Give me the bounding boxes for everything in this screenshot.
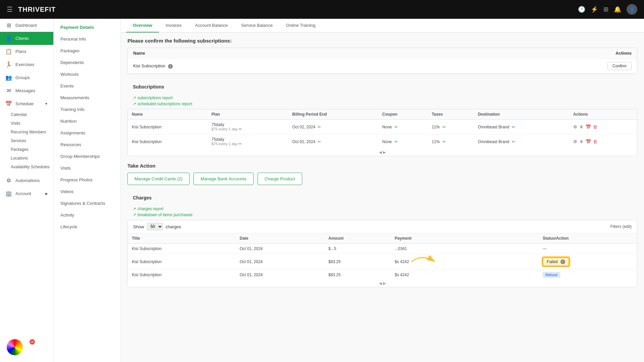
sidebar-sub-visits[interactable]: Visits (0, 119, 53, 128)
client-nav-videos[interactable]: Videos (54, 186, 120, 197)
client-nav-training-info[interactable]: Training Info (54, 104, 120, 115)
subscriptions-links: ↗ subscriptions report ↗ scheduled subsc… (127, 93, 637, 109)
subscriptions-section: Subscriptions ↗ subscriptions report ↗ s… (127, 81, 637, 156)
sidebar-item-automations[interactable]: ⚙ Automations (0, 174, 53, 187)
hamburger-menu[interactable]: ☰ (7, 5, 13, 13)
client-nav-progress-photos[interactable]: Progress Photos (54, 174, 120, 186)
charge-product-button[interactable]: Charge Product (258, 173, 302, 185)
client-nav-signatures-contracts[interactable]: Signatures & Contracts (54, 197, 120, 209)
sidebar-sub-services[interactable]: Services (0, 136, 53, 145)
bell-icon[interactable]: 🔔 (614, 6, 621, 13)
client-nav-packages[interactable]: Packages (54, 45, 120, 57)
sub-row1-taxes: 11% ✏ (428, 120, 474, 134)
sidebar-sub-availability-schedules[interactable]: Availability Schedules (0, 163, 53, 171)
sub2-delete-button[interactable]: 🗑 (593, 139, 597, 144)
sidebar-item-groups-label: Groups (15, 75, 30, 80)
manage-bank-accounts-button[interactable]: Manage Bank Accounts (194, 173, 254, 185)
take-action-section: Take Action Manage Credit Cards (2) Mana… (127, 163, 637, 185)
sidebar-sub-packages[interactable]: Packages (0, 145, 53, 154)
client-nav-measurements[interactable]: Measurements (54, 92, 120, 104)
client-nav-personal-info[interactable]: Personal Info (54, 33, 120, 45)
client-nav-events[interactable]: Events (54, 80, 120, 92)
client-nav-nutrition[interactable]: Nutrition (54, 115, 120, 127)
sidebar-sub-calendar[interactable]: Calendar (0, 110, 53, 119)
sub-pause-button[interactable]: ⏸ (579, 124, 584, 129)
clients-icon: 👤 (5, 35, 12, 42)
sidebar-item-schedule[interactable]: 📅 Schedule ▼ (0, 97, 53, 110)
edit-plan-icon[interactable]: ✏ (239, 127, 242, 131)
show-per-page-select[interactable]: 50 (147, 223, 163, 230)
charge-row3-date: Oct 01, 2024 (236, 270, 324, 280)
charges-table-scroll[interactable]: Title Date Amount Payment Status/Action (128, 233, 637, 280)
client-nav-assignments[interactable]: Assignments (54, 127, 120, 139)
tab-online-training[interactable]: Online Training (279, 19, 322, 33)
client-nav-lifecycle[interactable]: Lifecycle (54, 221, 120, 233)
edit-billing2-icon[interactable]: ✏ (318, 139, 321, 144)
sidebar-item-exercises[interactable]: 🏃 Exercises (0, 58, 53, 71)
client-nav-group-memberships[interactable]: Group Memberships (54, 150, 120, 162)
charges-report-link[interactable]: ↗ charges report (133, 206, 632, 211)
confirm-button[interactable]: Confirm (607, 62, 632, 70)
charge-row2-status: Failed i (539, 254, 637, 270)
client-nav-workouts[interactable]: Workouts (54, 68, 120, 80)
client-nav-resources[interactable]: Resources (54, 139, 120, 150)
sub-delete-button[interactable]: 🗑 (593, 124, 597, 129)
edit-coupon-icon[interactable]: ✏ (394, 125, 398, 129)
manage-credit-cards-button[interactable]: Manage Credit Cards (2) (127, 173, 190, 185)
sidebar-item-clients[interactable]: 👤 Clients (0, 32, 53, 45)
tab-invoices[interactable]: Invoices (159, 19, 189, 33)
lightning-icon[interactable]: ⚡ (591, 6, 598, 13)
sidebar-sub-recurring-members[interactable]: Recurring Members (0, 128, 53, 136)
color-swatches-widget[interactable] (7, 339, 23, 355)
edit-dest2-icon[interactable]: ✏ (512, 139, 515, 144)
sub-col-name: Name (128, 109, 207, 120)
charges-section: Charges ↗ charges report ↗ breakdown of … (127, 192, 637, 287)
charge-row2-date: Oct 01, 2024 (236, 254, 324, 270)
client-nav-dependents[interactable]: Dependents (54, 57, 120, 68)
edit-plan2-icon[interactable]: ✏ (239, 142, 242, 146)
edit-dest-icon[interactable]: ✏ (512, 125, 515, 129)
charge-row3-payment: $s 4242 (391, 270, 539, 280)
charges-col-date: Date (236, 233, 324, 244)
subscriptions-table-scroll[interactable]: Name Plan Billing Period End Coupon Taxe… (128, 109, 637, 149)
sidebar-item-plans[interactable]: 📋 Plans (0, 45, 53, 58)
sidebar-item-dashboard[interactable]: ⊞ Dashboard (0, 19, 53, 32)
edit-taxes2-icon[interactable]: ✏ (442, 139, 446, 144)
sub2-settings-button[interactable]: ⚙ (573, 139, 577, 144)
sidebar-sub-locations[interactable]: Locations (0, 154, 53, 163)
confirm-section-title: Please confirm the following subscriptio… (127, 38, 637, 44)
topbar-right: 🕐 ⚡ ⊞ 🔔 👤 (578, 4, 637, 15)
sidebar-item-messages[interactable]: ✉ Messages (0, 84, 53, 97)
grid-icon[interactable]: ⊞ (603, 6, 608, 13)
scheduled-subscriptions-report-link[interactable]: ↗ scheduled subscriptions report (133, 102, 632, 106)
clock-icon[interactable]: 🕐 (578, 6, 585, 13)
table-scroll-hint: ◀ ▶ (128, 149, 637, 156)
charges-table-wrapper: Show 50 charges Filters (edit) (127, 220, 637, 287)
sub-col-plan: Plan (207, 109, 288, 120)
subscriptions-report-link[interactable]: ↗ subscriptions report (133, 96, 632, 100)
take-action-buttons: Manage Credit Cards (2) Manage Bank Acco… (127, 173, 637, 185)
charge-row1-title: Kisi Subscription (128, 244, 236, 254)
sidebar-item-groups[interactable]: 👥 Groups (0, 71, 53, 84)
sub2-calendar-button[interactable]: 📅 (586, 139, 591, 144)
client-nav-activity[interactable]: Activity (54, 209, 120, 221)
client-nav-payment-details[interactable]: Payment Details (54, 21, 120, 33)
overview-tabs: Overview Invoices Account Balance Servic… (121, 19, 644, 33)
external-link-icon-2: ↗ (133, 102, 136, 106)
sub-calendar-button[interactable]: 📅 (586, 124, 591, 129)
filters-link[interactable]: Filters (edit) (610, 224, 632, 229)
sub-settings-button[interactable]: ⚙ (573, 124, 577, 129)
tab-service-balance[interactable]: Service Balance (234, 19, 279, 33)
client-nav-visits[interactable]: Visits (54, 162, 120, 174)
sub2-pause-button[interactable]: ⏸ (579, 139, 584, 144)
breakdown-items-link[interactable]: ↗ breakdown of items purchased (133, 213, 632, 217)
charges-title: Charges (127, 192, 637, 204)
edit-coupon2-icon[interactable]: ✏ (394, 139, 398, 144)
tab-overview[interactable]: Overview (126, 19, 159, 33)
edit-taxes-icon[interactable]: ✏ (442, 125, 446, 129)
edit-billing-icon[interactable]: ✏ (318, 125, 321, 129)
sidebar-item-account[interactable]: 🏢 Account ▶ (0, 187, 53, 200)
tab-account-balance[interactable]: Account Balance (189, 19, 235, 33)
user-avatar[interactable]: 👤 (627, 4, 637, 15)
topbar: ☰ THRIVEFIT 🕐 ⚡ ⊞ 🔔 👤 (0, 0, 644, 19)
